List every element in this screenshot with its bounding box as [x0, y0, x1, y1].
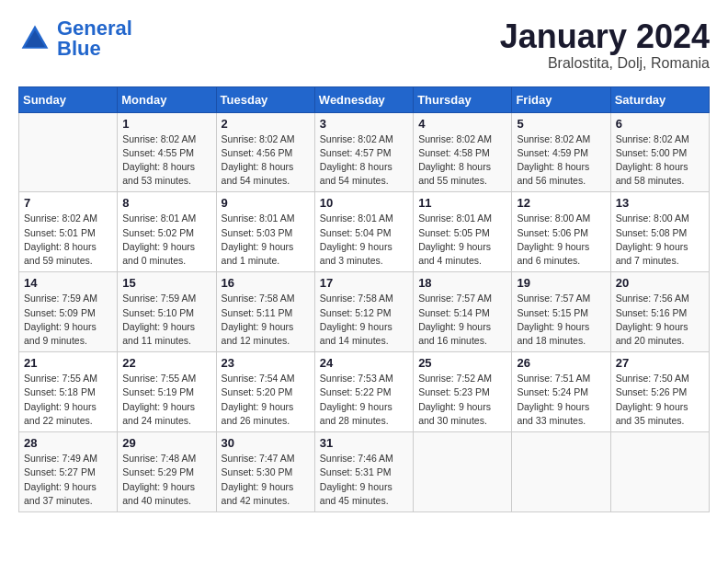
calendar-table: Sunday Monday Tuesday Wednesday Thursday… — [18, 86, 710, 512]
week-row-2: 14Sunrise: 7:59 AMSunset: 5:09 PMDayligh… — [19, 272, 710, 352]
day-number: 18 — [418, 276, 506, 290]
logo-text: General Blue — [57, 18, 132, 59]
day-cell: 19Sunrise: 7:57 AMSunset: 5:15 PMDayligh… — [512, 272, 610, 352]
day-cell: 29Sunrise: 7:48 AMSunset: 5:29 PMDayligh… — [118, 432, 216, 512]
day-number: 19 — [517, 276, 605, 290]
col-thursday: Thursday — [414, 86, 512, 112]
day-cell: 3Sunrise: 8:02 AMSunset: 4:57 PMDaylight… — [314, 112, 413, 192]
day-cell: 30Sunrise: 7:47 AMSunset: 5:30 PMDayligh… — [216, 432, 314, 512]
day-number: 7 — [24, 196, 112, 210]
day-cell: 18Sunrise: 7:57 AMSunset: 5:14 PMDayligh… — [414, 272, 512, 352]
day-cell: 2Sunrise: 8:02 AMSunset: 4:56 PMDaylight… — [216, 112, 314, 192]
day-info: Sunrise: 7:58 AMSunset: 5:12 PMDaylight:… — [320, 292, 408, 348]
week-row-3: 21Sunrise: 7:55 AMSunset: 5:18 PMDayligh… — [19, 352, 710, 432]
calendar-subtitle: Bralostita, Dolj, Romania — [500, 55, 710, 72]
day-number: 16 — [222, 276, 310, 290]
day-number: 15 — [122, 276, 210, 290]
day-cell: 13Sunrise: 8:00 AMSunset: 5:08 PMDayligh… — [610, 192, 709, 272]
day-cell: 28Sunrise: 7:49 AMSunset: 5:27 PMDayligh… — [19, 432, 118, 512]
day-cell: 21Sunrise: 7:55 AMSunset: 5:18 PMDayligh… — [19, 352, 118, 432]
calendar-body: 1Sunrise: 8:02 AMSunset: 4:55 PMDaylight… — [19, 112, 710, 511]
day-cell: 27Sunrise: 7:50 AMSunset: 5:26 PMDayligh… — [610, 352, 709, 432]
day-cell: 7Sunrise: 8:02 AMSunset: 5:01 PMDaylight… — [19, 192, 118, 272]
day-number: 26 — [517, 356, 605, 370]
col-monday: Monday — [118, 86, 216, 112]
day-info: Sunrise: 7:51 AMSunset: 5:24 PMDaylight:… — [517, 372, 605, 428]
day-cell: 20Sunrise: 7:56 AMSunset: 5:16 PMDayligh… — [610, 272, 709, 352]
col-friday: Friday — [512, 86, 610, 112]
day-info: Sunrise: 7:50 AMSunset: 5:26 PMDaylight:… — [616, 372, 704, 428]
day-info: Sunrise: 8:01 AMSunset: 5:03 PMDaylight:… — [222, 212, 310, 268]
day-number: 10 — [320, 196, 408, 210]
day-cell: 1Sunrise: 8:02 AMSunset: 4:55 PMDaylight… — [118, 112, 216, 192]
week-row-1: 7Sunrise: 8:02 AMSunset: 5:01 PMDaylight… — [19, 192, 710, 272]
day-number: 12 — [517, 196, 605, 210]
day-info: Sunrise: 8:02 AMSunset: 4:55 PMDaylight:… — [122, 132, 210, 189]
day-info: Sunrise: 7:47 AMSunset: 5:30 PMDaylight:… — [222, 452, 310, 508]
calendar-header: Sunday Monday Tuesday Wednesday Thursday… — [19, 86, 710, 112]
day-cell: 12Sunrise: 8:00 AMSunset: 5:06 PMDayligh… — [512, 192, 610, 272]
header-row: Sunday Monday Tuesday Wednesday Thursday… — [19, 86, 710, 112]
day-info: Sunrise: 8:02 AMSunset: 4:57 PMDaylight:… — [320, 132, 408, 189]
day-cell: 31Sunrise: 7:46 AMSunset: 5:31 PMDayligh… — [314, 432, 413, 512]
day-cell — [414, 432, 512, 512]
day-info: Sunrise: 8:02 AMSunset: 5:00 PMDaylight:… — [616, 132, 704, 189]
title-block: January 2024 Bralostita, Dolj, Romania — [500, 18, 710, 72]
logo-icon — [18, 22, 51, 55]
day-cell: 5Sunrise: 8:02 AMSunset: 4:59 PMDaylight… — [512, 112, 610, 192]
day-number: 29 — [122, 436, 210, 450]
day-cell: 26Sunrise: 7:51 AMSunset: 5:24 PMDayligh… — [512, 352, 610, 432]
day-number: 5 — [517, 117, 605, 131]
day-info: Sunrise: 7:53 AMSunset: 5:22 PMDaylight:… — [320, 372, 408, 428]
day-cell: 22Sunrise: 7:55 AMSunset: 5:19 PMDayligh… — [118, 352, 216, 432]
day-cell: 4Sunrise: 8:02 AMSunset: 4:58 PMDaylight… — [414, 112, 512, 192]
day-info: Sunrise: 8:02 AMSunset: 4:58 PMDaylight:… — [418, 132, 506, 189]
day-info: Sunrise: 7:57 AMSunset: 5:15 PMDaylight:… — [517, 292, 605, 348]
day-info: Sunrise: 7:59 AMSunset: 5:10 PMDaylight:… — [122, 292, 210, 348]
day-info: Sunrise: 7:49 AMSunset: 5:27 PMDaylight:… — [24, 452, 112, 508]
calendar-title: January 2024 — [500, 18, 710, 55]
day-cell: 14Sunrise: 7:59 AMSunset: 5:09 PMDayligh… — [19, 272, 118, 352]
day-info: Sunrise: 8:00 AMSunset: 5:06 PMDaylight:… — [517, 212, 605, 268]
day-cell: 15Sunrise: 7:59 AMSunset: 5:10 PMDayligh… — [118, 272, 216, 352]
day-cell: 8Sunrise: 8:01 AMSunset: 5:02 PMDaylight… — [118, 192, 216, 272]
day-cell: 24Sunrise: 7:53 AMSunset: 5:22 PMDayligh… — [314, 352, 413, 432]
day-number: 24 — [320, 356, 408, 370]
day-cell: 6Sunrise: 8:02 AMSunset: 5:00 PMDaylight… — [610, 112, 709, 192]
day-number: 8 — [122, 196, 210, 210]
day-cell — [610, 432, 709, 512]
col-wednesday: Wednesday — [314, 86, 413, 112]
day-number: 17 — [320, 276, 408, 290]
day-info: Sunrise: 7:46 AMSunset: 5:31 PMDaylight:… — [320, 452, 408, 508]
day-number: 6 — [616, 117, 704, 131]
day-info: Sunrise: 8:02 AMSunset: 4:59 PMDaylight:… — [517, 132, 605, 189]
day-cell: 17Sunrise: 7:58 AMSunset: 5:12 PMDayligh… — [314, 272, 413, 352]
day-cell: 25Sunrise: 7:52 AMSunset: 5:23 PMDayligh… — [414, 352, 512, 432]
day-number: 21 — [24, 356, 112, 370]
day-number: 4 — [418, 117, 506, 131]
day-cell: 16Sunrise: 7:58 AMSunset: 5:11 PMDayligh… — [216, 272, 314, 352]
day-number: 3 — [320, 117, 408, 131]
day-info: Sunrise: 8:02 AMSunset: 4:56 PMDaylight:… — [222, 132, 310, 189]
week-row-0: 1Sunrise: 8:02 AMSunset: 4:55 PMDaylight… — [19, 112, 710, 192]
day-number: 14 — [24, 276, 112, 290]
logo: General Blue — [18, 18, 132, 59]
day-info: Sunrise: 8:01 AMSunset: 5:02 PMDaylight:… — [122, 212, 210, 268]
day-number: 11 — [418, 196, 506, 210]
day-info: Sunrise: 7:56 AMSunset: 5:16 PMDaylight:… — [616, 292, 704, 348]
day-info: Sunrise: 7:55 AMSunset: 5:19 PMDaylight:… — [122, 372, 210, 428]
day-number: 25 — [418, 356, 506, 370]
day-number: 23 — [222, 356, 310, 370]
col-sunday: Sunday — [19, 86, 118, 112]
day-number: 20 — [616, 276, 704, 290]
page-header: General Blue January 2024 Bralostita, Do… — [18, 18, 710, 72]
day-number: 31 — [320, 436, 408, 450]
col-saturday: Saturday — [610, 86, 709, 112]
logo-blue: Blue — [57, 37, 101, 60]
day-number: 1 — [122, 117, 210, 131]
week-row-4: 28Sunrise: 7:49 AMSunset: 5:27 PMDayligh… — [19, 432, 710, 512]
day-number: 9 — [222, 196, 310, 210]
day-cell — [19, 112, 118, 192]
day-info: Sunrise: 7:58 AMSunset: 5:11 PMDaylight:… — [222, 292, 310, 348]
day-number: 13 — [616, 196, 704, 210]
